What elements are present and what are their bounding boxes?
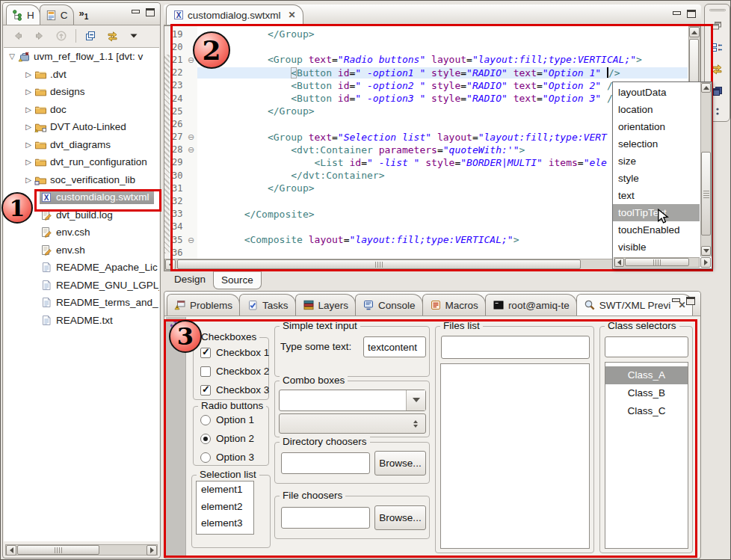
radio-circle[interactable] bbox=[200, 415, 211, 425]
completion-item-style[interactable]: style bbox=[613, 170, 700, 187]
fold-collapse-icon[interactable]: ⊖ bbox=[188, 133, 197, 141]
tree-item-uvm-ref-flow-1.1-dvt-v[interactable]: ▽uvm_ref_flow_1.1 [dvt: v bbox=[4, 48, 159, 66]
tree-item-readme.txt[interactable]: README.txt bbox=[4, 312, 159, 330]
back-button[interactable] bbox=[10, 28, 25, 43]
tree-item-.dvt[interactable]: ▷.dvt bbox=[4, 66, 159, 84]
bottom-tab-tasks[interactable]: Tasks bbox=[239, 294, 296, 316]
collapse-arrow-icon[interactable]: ▽ bbox=[7, 52, 17, 61]
class-item-class_b[interactable]: Class_B bbox=[605, 384, 688, 402]
tree-item-dvt-run-configuration[interactable]: ▷dvt_run_configuration bbox=[4, 153, 159, 171]
directory-browse-button[interactable]: Browse... bbox=[374, 451, 426, 476]
editor-hscrollbar[interactable] bbox=[164, 259, 688, 271]
tree-item-env.sh[interactable]: env.sh bbox=[4, 241, 159, 259]
code-line-35[interactable]: 35⊖ <Composite layout="layout:fill;type:… bbox=[170, 233, 688, 246]
completion-item-touchenabled[interactable]: touchEnabled bbox=[613, 221, 700, 239]
editor-tab-customdialog[interactable]: X customdialog.swtxml ✕ bbox=[166, 4, 303, 25]
list-item-element1[interactable]: element1 bbox=[197, 481, 253, 499]
code-line-36[interactable]: 36 bbox=[170, 246, 688, 259]
code-line-23[interactable]: 23 <Button id=" -option2 " style="RADIO"… bbox=[170, 79, 688, 92]
checkbox-box[interactable] bbox=[200, 366, 211, 377]
files-filter-input[interactable] bbox=[441, 336, 590, 359]
close-editor-tab-icon[interactable]: ✕ bbox=[289, 10, 296, 20]
popup-scroll-right-icon[interactable] bbox=[700, 257, 711, 268]
completion-item-orientation[interactable]: orientation bbox=[613, 118, 700, 135]
completion-item-tooltiptext[interactable]: toolTipText bbox=[613, 204, 700, 221]
code-line-24[interactable]: 24 <Button id=" -option3 " style="RADIO"… bbox=[170, 92, 688, 105]
code-line-28[interactable]: 28⊖ <dvt:Container parameters="quoteWith… bbox=[170, 144, 688, 156]
tree-item-dvt-auto-linked[interactable]: ▷DVT Auto-Linked bbox=[4, 118, 159, 136]
class-item-class_c[interactable]: Class_C bbox=[605, 402, 688, 420]
code-line-33[interactable]: 33 </Composite> bbox=[170, 208, 688, 221]
bottom-tab-layers[interactable]: Layers bbox=[295, 294, 357, 316]
combo-box-1[interactable] bbox=[279, 390, 426, 411]
list-item-element2[interactable]: element2 bbox=[197, 499, 253, 516]
fold-collapse-icon[interactable]: ⊖ bbox=[188, 236, 197, 244]
code-line-22[interactable]: 22 <Button id=" -option1 " style="RADIO"… bbox=[170, 67, 688, 79]
directory-input[interactable] bbox=[281, 452, 370, 474]
code-line-21[interactable]: 21⊖ <Group text="Radio buttons" layout="… bbox=[170, 53, 688, 66]
checkbox-box[interactable] bbox=[200, 385, 211, 396]
file-input[interactable] bbox=[281, 507, 370, 529]
code-line-32[interactable]: 32 bbox=[170, 194, 688, 207]
tree-item-readme-terms-and-[interactable]: README_terms_and_ bbox=[4, 294, 159, 312]
code-line-34[interactable]: 34 bbox=[170, 221, 688, 233]
code-line-19[interactable]: 19 </Group> bbox=[170, 28, 688, 40]
tree-item-designs[interactable]: ▷designs bbox=[4, 83, 159, 101]
popup-vscrollbar[interactable] bbox=[700, 82, 712, 256]
maximize-editor-button[interactable] bbox=[687, 10, 696, 18]
expand-arrow-icon[interactable]: ▷ bbox=[23, 141, 34, 149]
tree-item-env.csh[interactable]: env.csh bbox=[4, 224, 159, 241]
class-filter-input[interactable] bbox=[605, 336, 688, 357]
list-item-element3[interactable]: element3 bbox=[197, 515, 253, 532]
view-menu-button[interactable] bbox=[126, 28, 141, 43]
completion-item-selection[interactable]: selection bbox=[613, 135, 700, 153]
code-line-27[interactable]: 27⊖ <Group text="Selection list" layout=… bbox=[170, 131, 688, 144]
restore-views-icon[interactable] bbox=[709, 18, 726, 33]
completion-item-size[interactable]: size bbox=[613, 153, 700, 170]
minimize-view-button[interactable] bbox=[131, 8, 140, 16]
expand-arrow-icon[interactable]: ▷ bbox=[23, 105, 34, 114]
code-line-25[interactable]: 25 </Group> bbox=[170, 105, 688, 117]
file-browse-button[interactable]: Browse... bbox=[374, 505, 426, 530]
fold-collapse-icon[interactable]: ⊖ bbox=[188, 146, 197, 153]
checkbox-2[interactable]: Checkbox 2 bbox=[200, 366, 269, 377]
bottom-tab-root-amiq-te[interactable]: root@amiq-te bbox=[485, 294, 577, 316]
view-tab-overflow[interactable]: »1 bbox=[79, 7, 89, 21]
collapse-all-button[interactable] bbox=[83, 28, 98, 43]
forward-button[interactable] bbox=[32, 28, 47, 43]
radio-circle[interactable] bbox=[200, 434, 211, 444]
tree-item-soc-verification-lib[interactable]: ▷soc_verification_lib bbox=[4, 171, 159, 189]
completion-item-layoutdata[interactable]: layoutData bbox=[613, 84, 700, 101]
minimize-editor-button[interactable] bbox=[672, 10, 681, 17]
code-line-31[interactable]: 31 </Group> bbox=[170, 182, 688, 194]
radio-circle[interactable] bbox=[200, 452, 211, 463]
tree-item-dvt-diagrams[interactable]: ▷dvt_diagrams bbox=[4, 136, 159, 154]
tree-item-readme-gnu-lgpl-[interactable]: README_GNU_LGPL_ bbox=[4, 277, 159, 295]
view-tab-c[interactable]: C bbox=[40, 4, 74, 25]
tree-item-doc[interactable]: ▷doc bbox=[4, 101, 159, 119]
explorer-hscrollbar[interactable] bbox=[5, 544, 158, 556]
expand-arrow-icon[interactable]: ▷ bbox=[23, 176, 34, 184]
code-line-20[interactable]: 20 bbox=[170, 40, 688, 53]
expand-arrow-icon[interactable]: ▷ bbox=[23, 123, 34, 131]
class-item-class_a[interactable]: Class_A bbox=[605, 366, 688, 384]
expand-arrow-icon[interactable]: ▷ bbox=[23, 70, 34, 79]
tab-design[interactable]: Design bbox=[167, 271, 213, 289]
maximize-bottom-panel-button[interactable] bbox=[686, 297, 695, 305]
minimize-bottom-panel-button[interactable] bbox=[671, 297, 680, 304]
link-with-editor-button[interactable] bbox=[105, 28, 120, 43]
expand-arrow-icon[interactable]: ▷ bbox=[23, 158, 34, 166]
completion-item-visible[interactable]: visible bbox=[613, 239, 700, 256]
radio-option-1[interactable]: Option 1 bbox=[200, 414, 254, 425]
view-tab-h[interactable]: H bbox=[6, 4, 40, 25]
bottom-tab-console[interactable]: Console bbox=[355, 294, 423, 316]
checkbox-box[interactable] bbox=[200, 348, 211, 358]
checkbox-1[interactable]: Checkbox 1 bbox=[200, 347, 269, 358]
selection-listbox[interactable]: element1element2element3 bbox=[196, 481, 254, 535]
text-input[interactable] bbox=[363, 336, 426, 357]
maximize-view-button[interactable] bbox=[146, 8, 155, 16]
outline-view-icon[interactable] bbox=[709, 40, 726, 55]
go-into-button[interactable] bbox=[54, 28, 69, 43]
popup-hscrollbar[interactable] bbox=[614, 257, 700, 268]
files-listbox[interactable] bbox=[440, 363, 590, 549]
